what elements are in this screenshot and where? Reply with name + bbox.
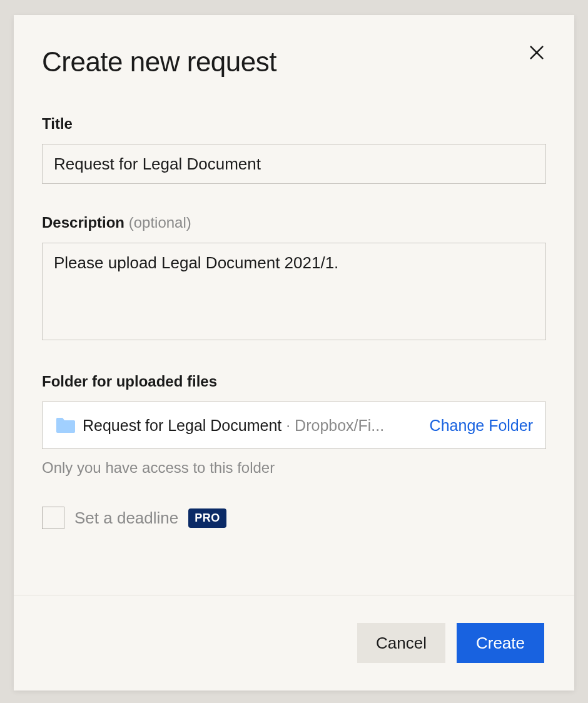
- folder-label: Folder for uploaded files: [42, 373, 546, 390]
- modal-title: Create new request: [42, 46, 546, 78]
- description-group: Description (optional) Please upload Leg…: [42, 214, 546, 343]
- cancel-button[interactable]: Cancel: [357, 623, 445, 663]
- create-request-modal: Create new request Title Description (op…: [14, 15, 574, 690]
- folder-icon: [55, 417, 76, 434]
- description-label: Description (optional): [42, 214, 546, 231]
- title-input[interactable]: [42, 144, 546, 184]
- deadline-label: Set a deadline: [74, 508, 178, 528]
- description-optional: (optional): [124, 214, 191, 231]
- folder-name: Request for Legal Document: [83, 417, 281, 434]
- description-label-text: Description: [42, 214, 124, 231]
- change-folder-link[interactable]: Change Folder: [430, 417, 533, 435]
- create-button[interactable]: Create: [457, 623, 544, 663]
- folder-separator: ·: [281, 417, 295, 434]
- title-group: Title: [42, 115, 546, 184]
- folder-group: Folder for uploaded files Request for Le…: [42, 373, 546, 477]
- modal-body: Create new request Title Description (op…: [14, 15, 574, 595]
- folder-selector: Request for Legal Document · Dropbox/Fi.…: [42, 402, 546, 449]
- folder-access-note: Only you have access to this folder: [42, 459, 546, 477]
- close-button[interactable]: [523, 39, 550, 66]
- deadline-row: Set a deadline PRO: [42, 507, 546, 529]
- close-icon: [528, 44, 545, 61]
- description-input[interactable]: Please upload Legal Document 2021/1.: [42, 243, 546, 340]
- modal-footer: Cancel Create: [14, 595, 574, 690]
- folder-path-text: Request for Legal Document · Dropbox/Fi.…: [83, 417, 416, 435]
- folder-path: Dropbox/Fi...: [295, 417, 384, 434]
- title-label: Title: [42, 115, 546, 133]
- pro-badge: PRO: [188, 508, 226, 528]
- deadline-checkbox[interactable]: [42, 507, 64, 529]
